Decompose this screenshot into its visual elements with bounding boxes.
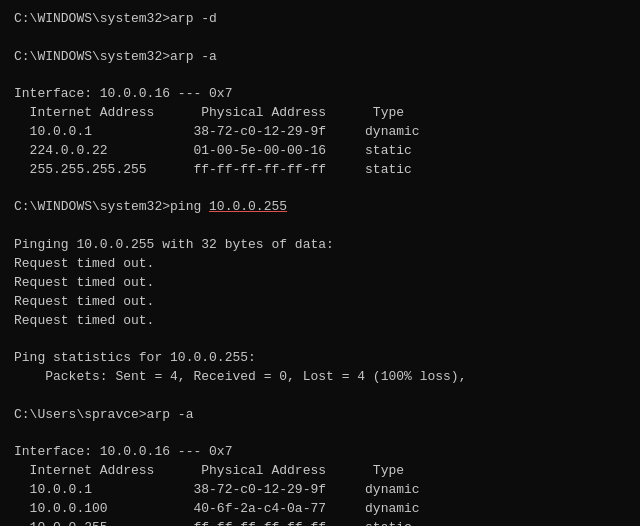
empty-line <box>14 330 626 349</box>
empty-line <box>14 29 626 48</box>
ping-timeout-2: Request timed out. <box>14 274 626 293</box>
ping-header: Pinging 10.0.0.255 with 32 bytes of data… <box>14 236 626 255</box>
arp-row-3: 255.255.255.255 ff-ff-ff-ff-ff-ff static <box>14 161 626 180</box>
empty-line <box>14 425 626 444</box>
empty-line <box>14 67 626 86</box>
ping-timeout-1: Request timed out. <box>14 255 626 274</box>
ping-target: 10.0.0.255 <box>209 199 287 214</box>
interface-line-2: Interface: 10.0.0.16 --- 0x7 <box>14 443 626 462</box>
ping-stats-header: Ping statistics for 10.0.0.255: <box>14 349 626 368</box>
interface-line-1: Interface: 10.0.0.16 --- 0x7 <box>14 85 626 104</box>
arp2-row-2: 10.0.0.100 40-6f-2a-c4-0a-77 dynamic <box>14 500 626 519</box>
empty-line <box>14 180 626 199</box>
cmd-ping: C:\WINDOWS\system32>ping 10.0.0.255 <box>14 198 626 217</box>
terminal-window: C:\WINDOWS\system32>arp -d C:\WINDOWS\sy… <box>14 10 626 516</box>
arp2-row-1: 10.0.0.1 38-72-c0-12-29-9f dynamic <box>14 481 626 500</box>
cmd-user-arp: C:\Users\spravce>arp -a <box>14 406 626 425</box>
ping-stats-detail: Packets: Sent = 4, Received = 0, Lost = … <box>14 368 626 387</box>
table-header-1: Internet Address Physical Address Type <box>14 104 626 123</box>
cmd-line-1: C:\WINDOWS\system32>arp -d <box>14 10 626 29</box>
empty-line <box>14 217 626 236</box>
arp-row-2: 224.0.0.22 01-00-5e-00-00-16 static <box>14 142 626 161</box>
empty-line <box>14 387 626 406</box>
table-header-2: Internet Address Physical Address Type <box>14 462 626 481</box>
arp-row-1: 10.0.0.1 38-72-c0-12-29-9f dynamic <box>14 123 626 142</box>
arp2-row-3: 10.0.0.255 ff-ff-ff-ff-ff-ff static <box>14 519 626 526</box>
ping-timeout-3: Request timed out. <box>14 293 626 312</box>
ping-timeout-4: Request timed out. <box>14 312 626 331</box>
physical-header: Physical <box>201 105 263 120</box>
cmd-line-2: C:\WINDOWS\system32>arp -a <box>14 48 626 67</box>
